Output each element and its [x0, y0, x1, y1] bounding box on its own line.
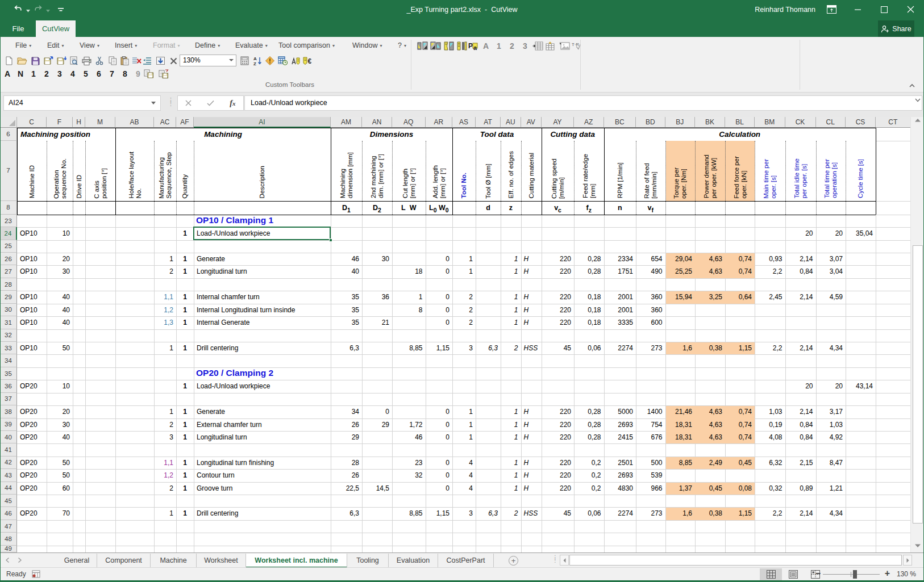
ribbon-display-options-button[interactable] — [823, 0, 840, 19]
sheet-tab-worksheet[interactable]: Worksheet — [197, 554, 246, 568]
column-header-M[interactable]: M — [85, 117, 115, 128]
calculator-icon[interactable] — [239, 55, 250, 66]
column-header-BC[interactable]: BC — [604, 117, 636, 128]
row-header-38[interactable]: 38 — [0, 405, 17, 418]
save-icon[interactable] — [30, 55, 41, 66]
menu-insert[interactable]: Insert▾ — [115, 39, 137, 52]
row-header-29[interactable]: 29 — [0, 291, 17, 303]
column-header-C[interactable]: C — [17, 117, 47, 128]
column-header-CK[interactable]: CK — [785, 117, 816, 128]
vertical-scroll-thumb[interactable] — [913, 245, 923, 524]
row-header-41[interactable]: 41 — [0, 443, 17, 456]
column-header-AR[interactable]: AR — [426, 117, 453, 128]
cv-image-icon[interactable] — [559, 40, 570, 52]
row-header-6[interactable]: 6 — [0, 128, 17, 141]
new-sheet-button[interactable]: + — [509, 556, 518, 566]
sheet-tab-general[interactable]: General — [57, 554, 97, 568]
cv-insert-row-icon[interactable] — [532, 40, 543, 52]
row-header-48[interactable]: 48 — [0, 533, 17, 545]
row-header-37[interactable]: 37 — [0, 393, 17, 405]
row-header-33[interactable]: 33 — [0, 342, 17, 354]
row-header-45[interactable]: 45 — [0, 495, 17, 507]
sheet-tab-worksheet-incl-machine[interactable]: Worksheet incl. machine — [246, 554, 347, 568]
scroll-up-icon[interactable] — [912, 119, 923, 122]
column-header-AC[interactable]: AC — [154, 117, 176, 128]
menu-define[interactable]: Define▾ — [195, 39, 220, 52]
row-header-8[interactable]: 8 — [0, 201, 17, 215]
cancel-icon[interactable] — [185, 98, 192, 108]
column-header-AZ[interactable]: AZ — [574, 117, 604, 128]
menu-toolcomparison[interactable]: Tool comparison▾ — [278, 39, 335, 52]
formula-bar-splitter[interactable]: ⋮⋮ — [168, 98, 171, 105]
page-layout-view-button[interactable] — [782, 568, 804, 580]
ribbon-tab-cutview[interactable]: CutView — [36, 20, 76, 37]
print-preview-icon[interactable] — [68, 55, 79, 66]
cv-a-button[interactable]: A — [480, 40, 492, 52]
cv-3-button[interactable]: 3 — [519, 40, 531, 52]
fill-down-icon[interactable] — [155, 55, 166, 66]
column-header-CS[interactable]: CS — [846, 117, 876, 128]
tab-scroll-left-icon[interactable] — [6, 558, 9, 564]
sheet-tab-component[interactable]: Component — [97, 554, 151, 568]
row-header-34[interactable]: 34 — [0, 354, 17, 367]
quick-style-2-button[interactable]: 2 — [41, 69, 52, 79]
menu-evaluate[interactable]: Evaluate▾ — [235, 39, 268, 52]
menu-view[interactable]: View▾ — [80, 39, 99, 52]
menu-window[interactable]: Window▾ — [352, 39, 382, 52]
cv-tools-3-icon[interactable] — [443, 40, 454, 52]
cv-insert-col-icon[interactable] — [545, 40, 556, 52]
row-header-30[interactable]: 30 — [0, 304, 17, 316]
column-header-CL[interactable]: CL — [816, 117, 846, 128]
quick-style-5-button[interactable]: 5 — [80, 69, 91, 79]
column-header-AV[interactable]: AV — [521, 117, 542, 128]
row-header-23[interactable]: 23 — [0, 215, 17, 227]
column-header-F[interactable]: F — [47, 117, 73, 128]
scroll-down-icon[interactable] — [912, 544, 923, 547]
sheet-tab-evaluation[interactable]: Evaluation — [389, 554, 438, 568]
row-header-28[interactable]: 28 — [0, 278, 17, 291]
select-all-button[interactable] — [0, 117, 17, 128]
horizontal-scrollbar[interactable] — [560, 555, 912, 566]
formula-input[interactable]: Load-/Unload workpiece — [244, 95, 922, 111]
open-folder-icon[interactable] — [16, 55, 28, 66]
insert-function-icon[interactable]: fx — [230, 99, 235, 108]
tab-scroll-right-icon[interactable] — [18, 558, 22, 564]
tool-pen-icon[interactable] — [290, 55, 301, 66]
expand-formula-bar-icon[interactable] — [915, 97, 921, 103]
column-header-AS[interactable]: AS — [452, 117, 476, 128]
scroll-left-icon[interactable] — [560, 555, 569, 566]
scroll-right-icon[interactable] — [903, 555, 912, 566]
copy-save-2-icon[interactable] — [158, 68, 169, 79]
column-header-AB[interactable]: AB — [115, 117, 154, 128]
row-header-43[interactable]: 43 — [0, 469, 17, 481]
copy-icon[interactable] — [107, 55, 118, 66]
zoom-combobox[interactable]: 130% — [180, 55, 236, 66]
outdent-icon[interactable] — [141, 55, 153, 66]
row-header-26[interactable]: 26 — [0, 253, 17, 265]
quick-style-1-button[interactable]: 1 — [28, 69, 39, 79]
quick-style-a-button[interactable]: A — [2, 69, 13, 79]
column-header-AI[interactable]: AI — [194, 117, 331, 128]
column-header-H[interactable]: H — [73, 117, 85, 128]
new-document-icon[interactable] — [3, 55, 15, 66]
print-icon[interactable] — [81, 55, 92, 66]
column-header-AU[interactable]: AU — [501, 117, 521, 128]
maximize-button[interactable] — [876, 0, 893, 19]
row-header-32[interactable]: 32 — [0, 329, 17, 342]
cv-pa-icon[interactable]: Pa — [468, 40, 479, 52]
enter-icon[interactable] — [207, 98, 214, 108]
row-header-25[interactable]: 25 — [0, 240, 17, 253]
column-header-AQ[interactable]: AQ — [392, 117, 426, 128]
cv-1-button[interactable]: 1 — [493, 40, 505, 52]
sheet-tab-tooling[interactable]: Tooling — [347, 554, 389, 568]
row-header-42[interactable]: 42 — [0, 457, 17, 469]
menu-edit[interactable]: Edit▾ — [47, 39, 64, 52]
column-header-AF[interactable]: AF — [176, 117, 194, 128]
save-export-icon[interactable] — [56, 55, 67, 66]
column-header-BD[interactable]: BD — [636, 117, 665, 128]
column-header-AM[interactable]: AM — [331, 117, 362, 128]
name-box-dropdown-icon[interactable] — [151, 102, 156, 104]
column-header-AY[interactable]: AY — [542, 117, 574, 128]
cut-icon[interactable] — [94, 55, 105, 66]
menu-file[interactable]: File▾ — [15, 39, 31, 52]
